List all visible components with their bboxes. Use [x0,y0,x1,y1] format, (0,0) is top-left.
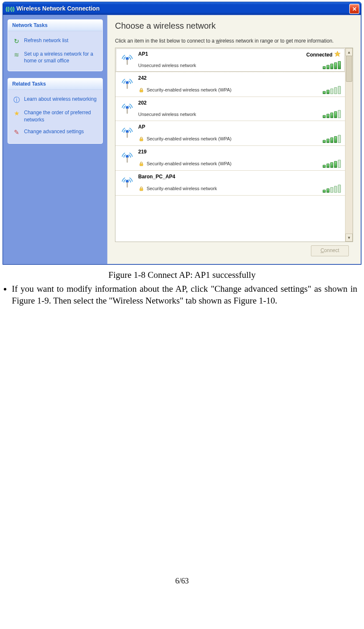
sidebar-item[interactable]: ✎Change advanced settings [11,126,100,139]
signal-icon [119,124,136,141]
scrollbar[interactable]: ▲ ▼ [345,48,353,242]
refresh-icon: ↻ [12,37,21,46]
svg-rect-13 [139,164,143,166]
svg-rect-16 [139,188,143,191]
network-item[interactable]: Baron_PC_AP4Security-enabled wireless ne… [115,171,345,196]
svg-rect-4 [127,83,128,89]
scroll-down-button[interactable]: ▼ [345,234,353,242]
signal-strength-icon [323,62,341,69]
svg-rect-12 [127,157,128,163]
svg-rect-10 [139,139,143,141]
sidebar-group: Network Tasks↻Refresh network list≋Set u… [8,19,103,71]
signal-icon [119,51,136,68]
sidebar-item[interactable]: ★Change the order of preferred networks [11,107,100,125]
doc-bullet-list: If you want to modify information about … [12,283,360,307]
signal-icon [119,100,136,117]
svg-rect-5 [139,90,143,92]
signal-strength-icon [323,185,341,193]
instruction-text: Click an item in the list below to conne… [115,38,353,44]
wireless-setup-icon: ≋ [12,51,21,59]
settings-icon: ✎ [12,128,21,137]
lock-icon [138,161,144,167]
window-title: Wireless Network Connection [16,5,99,12]
page-heading: Choose a wireless network [115,21,353,31]
wireless-window: ((ı)) Wireless Network Connection ✕ Netw… [3,2,361,265]
network-status: Connected [306,51,341,59]
signal-strength-icon [323,160,341,168]
network-list-container: AP1Unsecured wireless networkConnected24… [115,48,353,242]
sidebar-item-label: Refresh network list [24,37,98,44]
lock-icon [138,136,144,142]
svg-rect-7 [127,108,128,114]
main-pane: Choose a wireless network Click an item … [107,15,361,264]
svg-rect-15 [127,182,128,188]
sidebar-item-label: Change advanced settings [24,128,98,135]
scroll-thumb[interactable] [346,56,352,82]
sidebar-item-label: Set up a wireless network for a home or … [24,51,98,64]
sidebar: Network Tasks↻Refresh network list≋Set u… [3,15,107,264]
network-item[interactable]: 202Unsecured wireless network [115,97,345,121]
page-number: 6/63 [0,577,364,586]
signal-strength-icon [323,110,341,118]
signal-icon [119,149,136,166]
signal-icon [119,174,136,191]
sidebar-item-label: Change the order of preferred networks [24,109,98,123]
sidebar-group: Related TasksⓘLearn about wireless netwo… [8,78,103,143]
sidebar-item[interactable]: ≋Set up a wireless network for a home or… [11,48,100,67]
sidebar-group-title: Network Tasks [8,20,102,31]
sidebar-item-label: Learn about wireless networking [24,96,98,102]
connect-button[interactable]: Connect [311,245,349,256]
doc-bullet: If you want to modify information about … [12,283,357,307]
sidebar-item[interactable]: ↻Refresh network list [11,35,100,48]
sidebar-group-title: Related Tasks [8,78,102,90]
figure-caption: Figure 1-8 Connect AP: AP1 successfully [0,270,364,280]
wireless-icon: ((ı)) [6,5,14,12]
scroll-up-button[interactable]: ▲ [345,48,353,56]
sidebar-item[interactable]: ⓘLearn about wireless networking [11,93,100,107]
network-item[interactable]: AP1Unsecured wireless networkConnected [115,48,345,72]
star-icon: ★ [12,109,21,118]
signal-strength-icon [323,86,341,94]
network-item[interactable]: 219Security-enabled wireless network (WP… [115,146,345,171]
lock-icon [138,185,144,191]
close-button[interactable]: ✕ [349,4,359,14]
network-list[interactable]: AP1Unsecured wireless networkConnected24… [115,48,345,242]
svg-rect-1 [127,59,128,65]
svg-marker-2 [335,51,340,57]
network-item[interactable]: 242Security-enabled wireless network (WP… [115,72,345,97]
titlebar[interactable]: ((ı)) Wireless Network Connection ✕ [3,2,361,15]
signal-icon [119,75,136,92]
lock-icon [138,87,144,93]
info-icon: ⓘ [12,96,21,104]
signal-strength-icon [323,135,341,143]
svg-rect-9 [127,132,128,138]
star-icon [334,51,341,59]
network-item[interactable]: APSecurity-enabled wireless network (WPA… [115,121,345,146]
